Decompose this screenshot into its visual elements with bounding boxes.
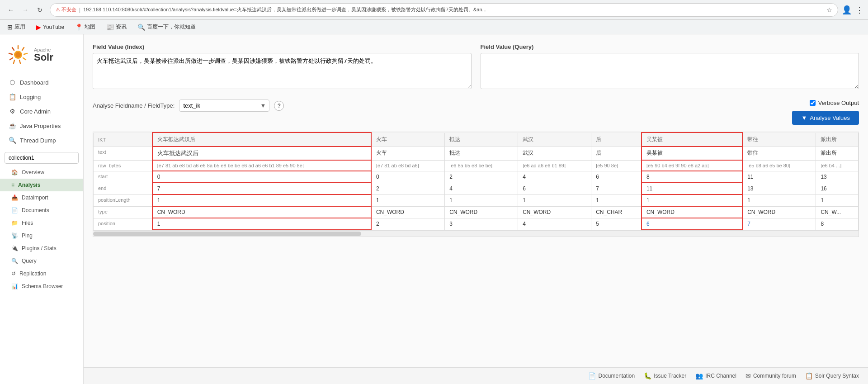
collection-nav-replication[interactable]: ↺ Replication [0, 267, 83, 280]
collection-nav-files[interactable]: 📁 Files [0, 217, 83, 229]
java-properties-icon: ☕ [8, 122, 16, 129]
svg-line-3 [23, 58, 26, 60]
token-0-end: 7 [152, 183, 371, 194]
token-3-end: 6 [518, 183, 591, 194]
analysis-table-container: IKT 火车抵达武汉后 火车 抵达 武汉 [93, 132, 859, 237]
token-2-pos: 3 [445, 218, 518, 230]
footer-irc-channel[interactable]: 👥 IRC Channel [695, 372, 736, 379]
filter-icon: ▼ [801, 114, 807, 121]
col-header-0: 火车抵达武汉后 [152, 133, 371, 147]
token-1-poslen: 1 [371, 194, 445, 206]
community-forum-label: Community forum [753, 373, 796, 379]
footer-documentation[interactable]: 📄 Documentation [588, 372, 635, 379]
collection-nav-documents[interactable]: 📄 Documents [0, 204, 83, 217]
sidebar-item-core-admin[interactable]: ⚙ Core Admin [0, 104, 83, 119]
token-4-end: 7 [591, 183, 642, 194]
field-value-index-textarea[interactable]: 火车抵达武汉后，吴某被带往派出所做进一步调查，吴某因涉嫌猥亵，被铁路警方处以行政… [93, 53, 472, 89]
token-1-end: 2 [371, 183, 445, 194]
token-0-poslen: 1 [152, 194, 371, 206]
community-forum-icon: ✉ [745, 372, 751, 379]
token-5-text: 吴某被 [642, 147, 742, 160]
refresh-button[interactable]: ↻ [33, 4, 46, 16]
token-6-end: 13 [742, 183, 816, 194]
token-2-start: 2 [445, 171, 518, 183]
youtube-icon: ▶ [36, 24, 41, 31]
token-1-type: CN_WORD [371, 206, 445, 218]
core-admin-icon: ⚙ [8, 108, 16, 115]
collection-nav-plugins[interactable]: 🔌 Plugins / Stats [0, 242, 83, 255]
col-header-5: 吴某被 [642, 133, 742, 147]
analyse-values-button[interactable]: ▼ Analyse Values [792, 111, 859, 125]
svg-line-2 [24, 53, 27, 54]
collection-nav-overview[interactable]: 🏠 Overview [0, 166, 83, 179]
token-3-bytes: [e6 ad a6 e6 b1 89] [518, 160, 591, 171]
horizontal-scrollbar[interactable] [93, 230, 859, 237]
row-label-start: start [94, 171, 152, 183]
solr-logo: Apache Solr [0, 39, 83, 75]
col-header-6: 带往 [742, 133, 816, 147]
baidu-icon: 🔍 [137, 24, 145, 31]
token-2-text: 抵达 [445, 147, 518, 160]
sidebar-item-label: Logging [20, 94, 41, 100]
token-6-start: 11 [742, 171, 816, 183]
verbose-label: Verbose Output [818, 100, 859, 106]
solr-name-label: Solr [34, 52, 53, 62]
menu-icon[interactable]: ⋮ [855, 5, 863, 15]
sidebar-item-thread-dump[interactable]: 🔍 Thread Dump [0, 133, 83, 147]
footer-solr-query-syntax[interactable]: 📋 Solr Query Syntax [805, 372, 859, 379]
token-2-poslen: 1 [445, 194, 518, 206]
footer-community-forum[interactable]: ✉ Community forum [745, 372, 796, 379]
help-button[interactable]: ? [274, 101, 284, 111]
solr-query-syntax-icon: 📋 [805, 372, 813, 379]
overview-icon: 🏠 [11, 169, 18, 175]
token-4-start: 6 [591, 171, 642, 183]
collection-select[interactable]: collection1 [5, 152, 79, 164]
token-1-start: 0 [371, 171, 445, 183]
svg-line-5 [14, 60, 14, 63]
verbose-checkbox[interactable] [810, 100, 816, 106]
token-0-type: CN_WORD [152, 206, 371, 218]
irc-channel-label: IRC Channel [705, 373, 736, 379]
bookmark-star-icon[interactable]: ☆ [826, 6, 832, 14]
back-button[interactable]: ← [5, 4, 17, 16]
ping-icon: 📡 [11, 232, 18, 239]
col-header-7: 派出所 [816, 133, 859, 147]
sidebar-item-logging[interactable]: 📋 Logging [0, 90, 83, 104]
bookmark-maps[interactable]: 📍 地图 [72, 22, 98, 32]
field-value-query-textarea[interactable] [481, 53, 859, 89]
row-label-position-length: positionLength [94, 194, 152, 206]
col-header-1: 火车 [371, 133, 445, 147]
documents-icon: 📄 [11, 207, 18, 213]
forward-button[interactable]: → [19, 4, 32, 16]
fieldtype-select[interactable]: text_ik [179, 100, 269, 112]
token-6-pos: 7 [742, 218, 816, 230]
collection-nav-dataimport[interactable]: 📥 Dataimport [0, 191, 83, 204]
bookmark-baidu-label: 百度一下，你就知道 [147, 23, 196, 31]
profile-icon[interactable]: 👤 [842, 5, 852, 15]
token-3-poslen: 1 [518, 194, 591, 206]
apps-icon: ⊞ [7, 24, 13, 31]
token-7-poslen: 1 [816, 194, 859, 206]
footer-issue-tracker[interactable]: 🐛 Issue Tracker [644, 372, 686, 379]
token-4-poslen: 1 [591, 194, 642, 206]
token-6-text: 带往 [742, 147, 816, 160]
collection-nav-analysis[interactable]: ≡ Analysis [0, 179, 83, 191]
field-value-query-box: Field Value (Query) [481, 43, 859, 90]
bookmark-maps-label: 地图 [85, 23, 95, 31]
collection-nav-query[interactable]: 🔍 Query [0, 255, 83, 267]
collection-nav-schema-browser[interactable]: 📊 Schema Browser [0, 280, 83, 293]
table-row-position: position 1 2 3 4 5 6 7 8 [94, 218, 859, 230]
sidebar-item-dashboard[interactable]: ⬡ Dashboard [0, 75, 83, 90]
sidebar-item-java-properties[interactable]: ☕ Java Properties [0, 119, 83, 133]
thread-dump-icon: 🔍 [8, 137, 16, 144]
col-header-2: 抵达 [445, 133, 518, 147]
ikt-header: IKT [94, 133, 152, 147]
bookmark-youtube[interactable]: ▶ YouTube [33, 23, 67, 32]
sidebar-item-label: Core Admin [20, 108, 51, 115]
bookmark-news[interactable]: 📰 资讯 [104, 22, 129, 32]
bookmark-baidu[interactable]: 🔍 百度一下，你就知道 [135, 22, 198, 32]
token-4-pos: 5 [591, 218, 642, 230]
collection-nav-ping[interactable]: 📡 Ping [0, 229, 83, 242]
token-4-text: 后 [591, 147, 642, 160]
bookmark-apps[interactable]: ⊞ 应用 [5, 22, 28, 32]
